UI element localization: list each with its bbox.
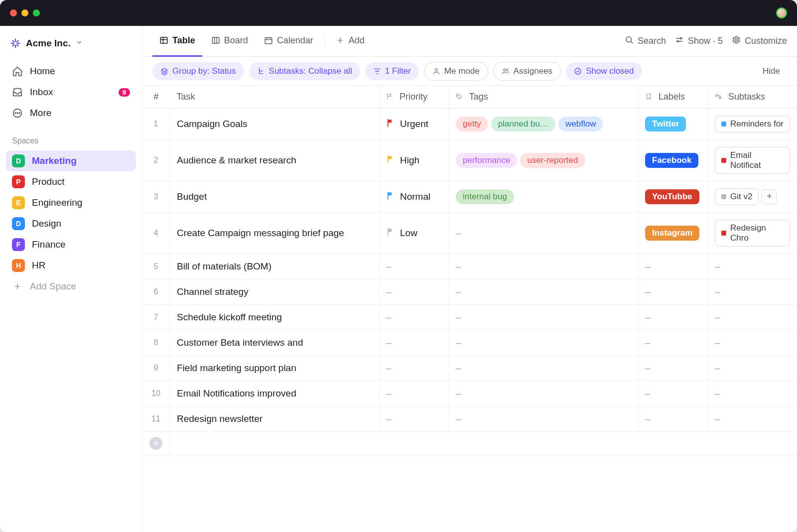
task-name-cell[interactable]: Customer Beta interviews and xyxy=(170,330,379,356)
labels-cell[interactable]: Twitter xyxy=(638,109,708,140)
assignees-button[interactable]: Assignees xyxy=(493,62,561,81)
tag-chip[interactable]: performance xyxy=(456,153,517,168)
column-header-labels[interactable]: Labels xyxy=(638,86,708,109)
labels-cell[interactable]: YouTubbe xyxy=(638,181,708,213)
priority-cell[interactable]: – xyxy=(379,330,449,356)
tag-chip[interactable]: webflow xyxy=(558,117,603,132)
priority-cell[interactable]: – xyxy=(379,254,449,279)
tags-cell[interactable]: internal bug xyxy=(449,181,638,213)
priority-cell[interactable]: Urgent xyxy=(379,109,449,140)
task-row[interactable]: 5 Bill of materials (BOM) – – – – xyxy=(142,254,797,279)
nav-item-more[interactable]: More xyxy=(6,103,136,124)
filter-button[interactable]: 1 Filter xyxy=(365,62,419,80)
group-by-filter[interactable]: Group by: Status xyxy=(152,62,244,80)
task-row[interactable]: 11 Redesign newsletter – – – – xyxy=(142,406,797,432)
task-row[interactable]: 3 Budget Normal internal bug YouTubbe Gi… xyxy=(142,181,797,213)
labels-cell[interactable]: Facebook xyxy=(638,140,708,181)
view-tab-table[interactable]: Table xyxy=(152,26,202,57)
task-name-cell[interactable]: Audience & market research xyxy=(170,140,379,181)
task-row[interactable]: 2 Audience & market research High perfor… xyxy=(142,140,797,181)
space-item-hr[interactable]: HHR xyxy=(6,255,136,276)
search-button[interactable]: Search xyxy=(625,35,666,47)
add-view-button[interactable]: Add xyxy=(329,26,372,57)
task-name-cell[interactable]: Bill of materials (BOM) xyxy=(170,254,379,279)
hide-filters-button[interactable]: Hide xyxy=(756,62,787,80)
priority-cell[interactable]: – xyxy=(379,356,449,381)
label-chip[interactable]: Twitter xyxy=(645,117,686,132)
tags-cell[interactable]: – xyxy=(449,356,638,381)
labels-cell[interactable]: – xyxy=(638,381,708,406)
subtask-chip[interactable]: Reminders for xyxy=(715,116,790,133)
space-item-marketing[interactable]: DMarketing xyxy=(6,150,136,171)
tags-cell[interactable]: – xyxy=(449,406,638,432)
nav-item-home[interactable]: Home xyxy=(6,61,136,82)
workspace-switcher[interactable]: Acme Inc. xyxy=(6,35,136,52)
labels-cell[interactable]: – xyxy=(638,406,708,432)
label-chip[interactable]: YouTubbe xyxy=(645,189,699,204)
me-mode-button[interactable]: Me mode xyxy=(424,62,488,81)
subtasks-cell[interactable]: Reminders for xyxy=(708,109,797,140)
task-row[interactable]: 10 Email Notifications improved – – – – xyxy=(142,381,797,406)
subtasks-cell[interactable]: – xyxy=(708,305,797,330)
task-name-cell[interactable]: Email Notifications improved xyxy=(170,381,379,406)
show-closed-button[interactable]: Show closed xyxy=(566,62,642,80)
subtasks-cell[interactable]: – xyxy=(708,254,797,279)
view-tab-board[interactable]: Board xyxy=(204,26,255,57)
subtasks-cell[interactable]: – xyxy=(708,381,797,406)
subtask-chip[interactable]: Email Notificat xyxy=(715,147,790,174)
tags-cell[interactable]: – xyxy=(449,381,638,406)
priority-cell[interactable]: – xyxy=(379,406,449,432)
subtask-chip[interactable]: Redesign Chro xyxy=(715,220,790,247)
tag-chip[interactable]: getty xyxy=(456,117,488,132)
labels-cell[interactable]: – xyxy=(638,279,708,305)
task-name-cell[interactable]: Redesign newsletter xyxy=(170,406,379,432)
label-chip[interactable]: Instagram xyxy=(645,226,699,241)
labels-cell[interactable]: – xyxy=(638,254,708,279)
tag-chip[interactable]: internal bug xyxy=(456,189,514,204)
tags-cell[interactable]: – xyxy=(449,279,638,305)
add-subtask-button[interactable]: + xyxy=(762,189,777,204)
task-name-cell[interactable]: Schedule kickoff meeting xyxy=(170,305,379,330)
task-row[interactable]: 8 Customer Beta interviews and – – – – xyxy=(142,330,797,356)
labels-cell[interactable]: – xyxy=(638,356,708,381)
subtasks-filter[interactable]: Subtasks: Collapse all xyxy=(249,62,360,80)
add-space-button[interactable]: Add Space xyxy=(6,276,136,297)
priority-cell[interactable]: High xyxy=(379,140,449,181)
subtask-chip[interactable]: Git v2 xyxy=(715,188,759,205)
labels-cell[interactable]: – xyxy=(638,305,708,330)
tags-cell[interactable]: – xyxy=(449,213,638,254)
tag-chip[interactable]: planned bu… xyxy=(491,117,555,132)
task-name-cell[interactable]: Budget xyxy=(170,181,379,213)
task-row[interactable]: 9 Field marketing support plan – – – – xyxy=(142,356,797,381)
nav-item-inbox[interactable]: Inbox9 xyxy=(6,82,136,103)
column-header-tags[interactable]: Tags xyxy=(449,86,638,109)
tags-cell[interactable]: – xyxy=(449,254,638,279)
view-tab-calendar[interactable]: Calendar xyxy=(257,26,320,57)
add-row-button[interactable] xyxy=(142,432,170,455)
subtasks-cell[interactable]: – xyxy=(708,279,797,305)
task-row[interactable]: 7 Schedule kickoff meeting – – – – xyxy=(142,305,797,330)
space-item-engineering[interactable]: EEngineering xyxy=(6,192,136,213)
task-name-cell[interactable]: Channel strategy xyxy=(170,279,379,305)
customize-button[interactable]: Customize xyxy=(732,35,787,47)
priority-cell[interactable]: – xyxy=(379,381,449,406)
tags-cell[interactable]: performanceuser-reported xyxy=(449,140,638,181)
task-name-cell[interactable]: Create Campaign messaging brief page xyxy=(170,213,379,254)
priority-cell[interactable]: – xyxy=(379,279,449,305)
subtasks-cell[interactable]: – xyxy=(708,330,797,356)
task-table[interactable]: # Task Priority Tags xyxy=(142,86,797,532)
tags-cell[interactable]: – xyxy=(449,330,638,356)
task-row[interactable]: 4 Create Campaign messaging brief page L… xyxy=(142,213,797,254)
task-row[interactable]: 1 Campaign Goals Urgent gettyplanned bu…… xyxy=(142,109,797,140)
column-header-task[interactable]: Task xyxy=(170,86,379,109)
priority-cell[interactable]: Low xyxy=(379,213,449,254)
space-item-product[interactable]: PProduct xyxy=(6,171,136,192)
space-item-design[interactable]: DDesign xyxy=(6,213,136,234)
column-header-subtasks[interactable]: Subtasks xyxy=(708,86,797,109)
tags-cell[interactable]: gettyplanned bu…webflow xyxy=(449,109,638,140)
user-avatar[interactable] xyxy=(776,7,787,18)
subtasks-cell[interactable]: Redesign Chro xyxy=(708,213,797,254)
tags-cell[interactable]: – xyxy=(449,305,638,330)
labels-cell[interactable]: Instagram xyxy=(638,213,708,254)
show-columns-button[interactable]: Show · 5 xyxy=(675,35,723,47)
